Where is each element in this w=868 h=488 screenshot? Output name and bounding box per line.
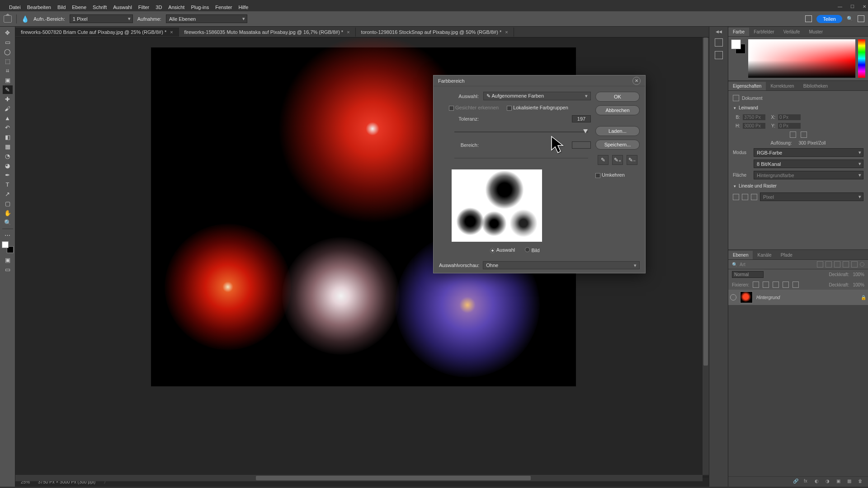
delete-icon[interactable]: 🗑 <box>858 479 864 485</box>
invert-checkbox[interactable] <box>595 173 600 178</box>
close-button[interactable]: ✕ <box>863 4 866 9</box>
filter-btn[interactable] <box>817 261 823 267</box>
opacity-value[interactable]: 100% <box>853 272 864 277</box>
type-tool[interactable]: T <box>3 180 13 189</box>
layer-row[interactable]: Hintergrund 🔒 <box>728 290 868 305</box>
guides-icon[interactable] <box>751 194 757 200</box>
eyedropper-sub-button[interactable]: ✎₋ <box>627 155 637 165</box>
bit-dropdown[interactable]: 8 Bit/Kanal <box>754 160 863 168</box>
color-swatch[interactable] <box>731 39 745 54</box>
lock-icon[interactable] <box>763 282 769 288</box>
path-tool[interactable]: ↗ <box>3 190 13 198</box>
move-tool[interactable]: ✥ <box>3 28 13 37</box>
sample-layers-dropdown[interactable]: Alle Ebenen <box>166 14 247 23</box>
expand-dock-icon[interactable]: ◀◀ <box>716 29 722 34</box>
tab-close-icon[interactable]: × <box>505 29 508 35</box>
filter-icon[interactable]: 🔍 <box>732 262 737 267</box>
landscape-icon[interactable] <box>801 131 807 138</box>
new-layer-icon[interactable]: ▦ <box>847 479 854 485</box>
selection-preview[interactable] <box>452 169 542 242</box>
sample-size-dropdown[interactable]: 1 Pixel <box>70 14 133 23</box>
edit-toolbar[interactable]: ⋯ <box>3 231 13 239</box>
lock-icon[interactable] <box>793 282 799 288</box>
lock-icon[interactable] <box>753 282 759 288</box>
mode-dropdown[interactable]: RGB-Farbe <box>754 148 863 157</box>
canvas-section[interactable]: Leinwand <box>733 103 863 113</box>
document-tab[interactable]: fireworks-5007820 Briam Cute auf Pixabay… <box>15 28 179 37</box>
grid-icon[interactable] <box>742 194 748 200</box>
fg-bg-swatch[interactable] <box>2 241 14 253</box>
history-brush-tool[interactable]: ↶ <box>3 123 13 132</box>
layer-name[interactable]: Hintergrund <box>756 295 780 300</box>
workspace-icon[interactable] <box>858 15 864 22</box>
panel-tab-patterns[interactable]: Muster <box>804 28 827 36</box>
zoom-tool[interactable]: 🔍 <box>3 218 13 227</box>
brush-tool[interactable]: 🖌 <box>3 104 13 113</box>
filter-kind[interactable]: Art <box>740 262 745 267</box>
quickmask-tool[interactable]: ▣ <box>3 256 13 264</box>
hand-tool[interactable]: ✋ <box>3 209 13 217</box>
link-icon[interactable]: 🔗 <box>793 479 799 485</box>
menu-item[interactable]: Ansicht <box>168 5 184 10</box>
panel-tab-libraries[interactable]: Bibliotheken <box>799 82 832 90</box>
portrait-icon[interactable] <box>790 131 796 138</box>
screenmode-tool[interactable]: ▭ <box>3 265 13 274</box>
layer-thumbnail[interactable] <box>740 291 753 303</box>
tab-close-icon[interactable]: × <box>170 29 173 35</box>
menu-item[interactable]: Ebene <box>72 5 86 10</box>
filter-toggle[interactable] <box>860 262 864 267</box>
panel-tab-channels[interactable]: Kanäle <box>753 251 776 259</box>
crop-tool[interactable]: ⌗ <box>3 66 13 75</box>
share-button[interactable]: Teilen <box>816 15 842 23</box>
ok-button[interactable]: OK <box>595 92 640 102</box>
rulers-section[interactable]: Lineale und Raster <box>733 181 863 191</box>
menu-item[interactable]: Datei <box>9 5 21 10</box>
blend-mode-dropdown[interactable]: Normal <box>732 271 764 278</box>
color-field[interactable] <box>748 39 855 78</box>
panel-tab-swatches[interactable]: Farbfelder <box>749 28 779 36</box>
search-icon[interactable]: 🔍 <box>847 16 853 22</box>
height-input[interactable] <box>743 123 765 129</box>
hue-slider[interactable] <box>858 39 865 78</box>
eyedropper-tool[interactable]: ✎ <box>3 85 13 94</box>
eyedropper-add-button[interactable]: ✎₊ <box>612 155 623 165</box>
filter-btn[interactable] <box>851 261 858 267</box>
radio-selection[interactable] <box>490 248 495 253</box>
ruler-icon[interactable] <box>733 194 739 200</box>
healing-tool[interactable]: ✚ <box>3 95 13 103</box>
y-input[interactable] <box>778 123 801 129</box>
save-button[interactable]: Speichern... <box>595 140 640 150</box>
filter-btn[interactable] <box>826 261 832 267</box>
eraser-tool[interactable]: ◧ <box>3 133 13 141</box>
blur-tool[interactable]: ◔ <box>3 152 13 160</box>
menu-item[interactable]: Bearbeiten <box>27 5 51 10</box>
dialog-close-button[interactable]: ✕ <box>632 77 641 85</box>
marquee-tool[interactable]: ▭ <box>3 38 13 47</box>
tolerance-slider[interactable] <box>454 127 588 135</box>
home-icon[interactable] <box>4 15 12 23</box>
selection-tool[interactable]: ⬚ <box>3 57 13 66</box>
pen-tool[interactable]: ✒ <box>3 171 13 179</box>
vertical-scrollbar[interactable] <box>703 38 709 475</box>
gradient-tool[interactable]: ▦ <box>3 142 13 151</box>
rulers-unit-dropdown[interactable]: Pixel <box>760 192 863 201</box>
visibility-toggle[interactable] <box>730 294 736 300</box>
tab-close-icon[interactable]: × <box>347 29 349 35</box>
panel-tab-adjustments[interactable]: Korrekturen <box>766 82 798 90</box>
fx-icon[interactable]: fx <box>804 479 810 485</box>
lock-icon[interactable] <box>773 282 779 288</box>
radio-image[interactable] <box>525 247 530 252</box>
menu-item[interactable]: Auswahl <box>113 5 132 10</box>
shape-tool[interactable]: ▢ <box>3 199 13 208</box>
cancel-button[interactable]: Abbrechen <box>595 105 640 115</box>
maximize-button[interactable]: ☐ <box>850 4 854 9</box>
document-tab[interactable]: toronto-1298016 StockSnap auf Pixabay.jp… <box>356 28 514 37</box>
eyedropper-icon[interactable]: 💧 <box>21 15 29 23</box>
group-icon[interactable]: ▣ <box>836 479 843 485</box>
filter-btn[interactable] <box>834 261 840 267</box>
width-input[interactable] <box>743 114 765 120</box>
panel-tab-paths[interactable]: Pfade <box>776 251 797 259</box>
mask-icon[interactable]: ◐ <box>815 479 821 485</box>
menu-item[interactable]: Fenster <box>215 5 232 10</box>
load-button[interactable]: Laden... <box>595 126 640 136</box>
